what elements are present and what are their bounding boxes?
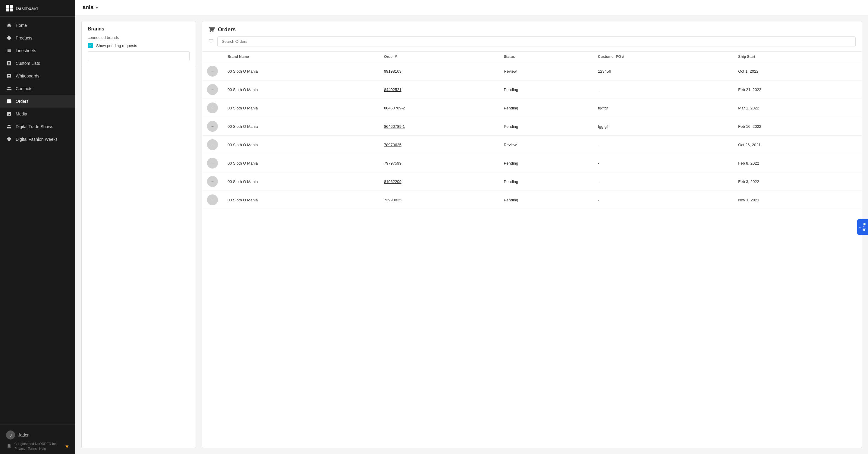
row-brand-name: 00 Sloth O Mania [223, 173, 379, 191]
brands-panel-title: Brands [88, 26, 190, 32]
sidebar-item-orders[interactable]: Orders [0, 95, 75, 108]
row-avatar-cell: – [202, 99, 223, 117]
user-section[interactable]: J Jaden [6, 428, 69, 442]
sidebar-item-label-whiteboards: Whiteboards [16, 73, 39, 79]
sidebar-item-label-products: Products [16, 36, 32, 40]
help-link[interactable]: Help [39, 447, 46, 450]
row-brand-name: 00 Sloth O Mania [223, 135, 379, 154]
topbar-chevron[interactable]: ▾ [96, 5, 98, 10]
row-customer-po: - [593, 173, 733, 191]
row-ship-start: Feb 8, 2022 [733, 154, 862, 173]
row-avatar-cell: – [202, 154, 223, 173]
row-order-link[interactable]: 84402521 [379, 81, 499, 99]
row-status: Review [499, 135, 593, 154]
user-name: Jaden [18, 432, 30, 437]
row-avatar: – [207, 158, 218, 169]
brands-list [82, 66, 195, 448]
sidebar-item-whiteboards[interactable]: Whiteboards [0, 70, 75, 82]
row-ship-start: Oct 1, 2022 [733, 62, 862, 81]
brands-search-input[interactable] [88, 51, 190, 61]
row-order-link[interactable]: 99198163 [379, 62, 499, 81]
table-row: – 00 Sloth O Mania 79797599 Pending - Fe… [202, 154, 862, 173]
footer-text-group: © Lightspeed NuORDER Inc. Privacy Terms … [14, 442, 58, 450]
copyright: © Lightspeed NuORDER Inc. [14, 442, 58, 446]
row-avatar-cell: – [202, 117, 223, 135]
help-label: Help [863, 223, 866, 231]
table-row: – 00 Sloth O Mania 86460789-2 Pending fg… [202, 99, 862, 117]
clipboard-icon [6, 60, 12, 66]
sidebar-item-label-contacts: Contacts [16, 86, 32, 91]
row-order-link[interactable]: 79797599 [379, 154, 499, 173]
brands-panel: Brands connected brands Show pending req… [82, 21, 196, 448]
table-row: – 00 Sloth O Mania 73993835 Pending - No… [202, 191, 862, 209]
sidebar-item-label-home: Home [16, 23, 27, 28]
sidebar-item-linesheets[interactable]: Linesheets [0, 44, 75, 57]
row-brand-name: 00 Sloth O Mania [223, 191, 379, 209]
brands-panel-header: Brands connected brands Show pending req… [82, 22, 195, 66]
row-ship-start: Oct 26, 2021 [733, 135, 862, 154]
row-avatar: – [207, 176, 218, 187]
row-brand-name: 00 Sloth O Mania [223, 99, 379, 117]
topbar: ania ▾ [75, 0, 868, 15]
row-order-link[interactable]: 81962209 [379, 173, 499, 191]
row-status: Pending [499, 173, 593, 191]
table-row: – 00 Sloth O Mania 78970625 Review - Oct… [202, 135, 862, 154]
orders-data-table: Brand Name Order # Status Customer PO # … [202, 52, 862, 209]
sidebar: Dashboard Home Products Linesheets [0, 0, 75, 454]
row-status: Pending [499, 99, 593, 117]
sidebar-item-digital-fashion-weeks[interactable]: Digital Fashion Weeks [0, 133, 75, 146]
row-order-link[interactable]: 73993835 [379, 191, 499, 209]
row-status: Pending [499, 154, 593, 173]
sidebar-item-home[interactable]: Home [0, 19, 75, 32]
help-button[interactable]: Help [857, 219, 868, 235]
orders-search-row [208, 36, 856, 47]
terms-link[interactable]: Terms [28, 447, 37, 450]
row-avatar: – [207, 102, 218, 113]
row-avatar: – [207, 84, 218, 95]
row-customer-po: - [593, 135, 733, 154]
col-brand-name: Brand Name [223, 52, 379, 62]
row-avatar-cell: – [202, 191, 223, 209]
footer-links[interactable]: Privacy Terms Help [14, 447, 58, 450]
sidebar-item-label-digital-trade-shows: Digital Trade Shows [16, 124, 53, 129]
orders-table: Brand Name Order # Status Customer PO # … [202, 52, 862, 448]
list-icon [6, 48, 12, 54]
table-row: – 00 Sloth O Mania 99198163 Review 12345… [202, 62, 862, 81]
row-brand-name: 00 Sloth O Mania [223, 154, 379, 173]
col-customer-po: Customer PO # [593, 52, 733, 62]
bookmark-icon [6, 443, 12, 449]
sidebar-item-label-media: Media [16, 112, 27, 116]
sidebar-item-contacts[interactable]: Contacts [0, 82, 75, 95]
orders-search-input[interactable] [217, 36, 856, 47]
show-pending-label: Show pending requests [96, 43, 137, 48]
sidebar-item-label-custom-lists: Custom Lists [16, 61, 40, 66]
tag-icon [6, 35, 12, 41]
sidebar-item-digital-trade-shows[interactable]: Digital Trade Shows [0, 120, 75, 133]
people-icon [6, 86, 12, 92]
app-title: Dashboard [16, 6, 38, 11]
row-avatar-cell: – [202, 81, 223, 99]
filter-icon[interactable] [208, 38, 214, 45]
row-customer-po: 123456 [593, 62, 733, 81]
row-order-link[interactable]: 78970625 [379, 135, 499, 154]
col-avatar [202, 52, 223, 62]
show-pending-checkbox[interactable] [88, 43, 93, 48]
sidebar-item-custom-lists[interactable]: Custom Lists [0, 57, 75, 70]
orders-header: Orders [202, 22, 862, 52]
row-customer-po: fggfgf [593, 117, 733, 135]
home-icon [6, 22, 12, 28]
store-icon [6, 124, 12, 130]
row-customer-po: - [593, 81, 733, 99]
privacy-link[interactable]: Privacy [14, 447, 25, 450]
avatar: J [6, 430, 15, 440]
row-avatar-cell: – [202, 62, 223, 81]
sidebar-item-products[interactable]: Products [0, 32, 75, 44]
sidebar-item-media[interactable]: Media [0, 108, 75, 120]
row-order-link[interactable]: 86460789-1 [379, 117, 499, 135]
row-order-link[interactable]: 86460789-2 [379, 99, 499, 117]
sidebar-header: Dashboard [0, 0, 75, 17]
row-ship-start: Mar 1, 2022 [733, 99, 862, 117]
row-customer-po: - [593, 154, 733, 173]
col-ship-start: Ship Start [733, 52, 862, 62]
row-brand-name: 00 Sloth O Mania [223, 117, 379, 135]
